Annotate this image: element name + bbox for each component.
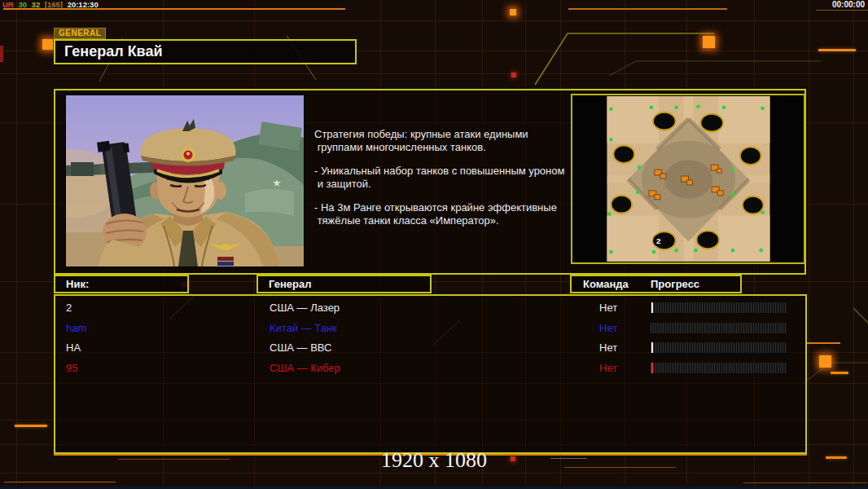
column-header-progress: Прогресс — [651, 276, 699, 292]
general-tab-label: GENERAL — [54, 28, 106, 39]
player-nick: НА — [66, 341, 81, 354]
player-team: Нет — [599, 341, 617, 354]
network-stats: UR 30 32 [165] 20:12:30 — [2, 0, 101, 9]
description-paragraph: - Уникальный набор танков с повышенным у… — [314, 165, 583, 191]
map-preview-image: 2 — [572, 95, 804, 262]
start-position-number: 2 — [656, 236, 661, 245]
player-row: 2 США — Лазер Нет — [55, 298, 805, 319]
stat-fps: 30 — [18, 0, 27, 9]
progress-cursor — [651, 342, 653, 353]
player-team: Нет — [599, 362, 617, 374]
briefing-panel: Стратегия победы: крупные атаки едиными … — [54, 89, 806, 275]
player-team: Нет — [599, 322, 617, 334]
progress-bar — [651, 323, 787, 335]
player-nick: 95 — [66, 362, 77, 374]
column-header-general: Генерал — [256, 275, 432, 293]
player-general: США — Лазер — [270, 302, 340, 314]
column-header-team: Команда — [583, 276, 629, 292]
match-timer: 00:00:00 — [832, 0, 865, 9]
map-preview: 2 — [571, 94, 805, 264]
stat-ping: [165] — [45, 0, 63, 9]
players-table: 2 США — Лазер Нет ham Китай — Танк Нет Н… — [54, 294, 807, 454]
general-title: Генерал Квай — [54, 39, 357, 64]
progress-bar — [651, 342, 787, 355]
player-row: НА США — ВВС Нет — [55, 338, 805, 359]
stat-clock: 20:12:30 — [68, 0, 99, 9]
column-header-nick: Ник: — [54, 275, 189, 293]
progress-cursor — [651, 302, 653, 313]
player-nick: 2 — [66, 302, 72, 314]
player-row: ham Китай — Танк Нет — [55, 319, 805, 339]
start-position-marker: 2 — [653, 235, 664, 246]
general-portrait-image — [66, 95, 304, 267]
progress-bar — [651, 302, 787, 315]
stat-ur: UR — [2, 0, 14, 9]
general-description: Стратегия победы: крупные атаки едиными … — [314, 128, 583, 238]
player-general: Китай — Танк — [270, 322, 337, 334]
progress-cursor — [651, 363, 653, 373]
player-team: Нет — [599, 302, 617, 314]
player-general: США — Кибер — [270, 362, 340, 374]
description-paragraph: Стратегия победы: крупные атаки едиными … — [314, 128, 583, 154]
general-portrait — [65, 95, 305, 267]
description-paragraph: - На 3м Ранге открываются крайне эффекти… — [314, 201, 583, 227]
column-header-team-progress: Команда Прогресс — [570, 275, 742, 293]
player-general: США — ВВС — [270, 341, 332, 354]
player-nick: ham — [66, 322, 86, 334]
stat-latency: 32 — [32, 0, 41, 9]
resolution-label: 1920 x 1080 — [0, 448, 868, 473]
progress-bar — [651, 363, 787, 375]
player-row: 95 США — Кибер Нет — [55, 359, 805, 379]
loading-screen: UR 30 32 [165] 20:12:30 00:00:00 GENERAL… — [0, 0, 868, 489]
